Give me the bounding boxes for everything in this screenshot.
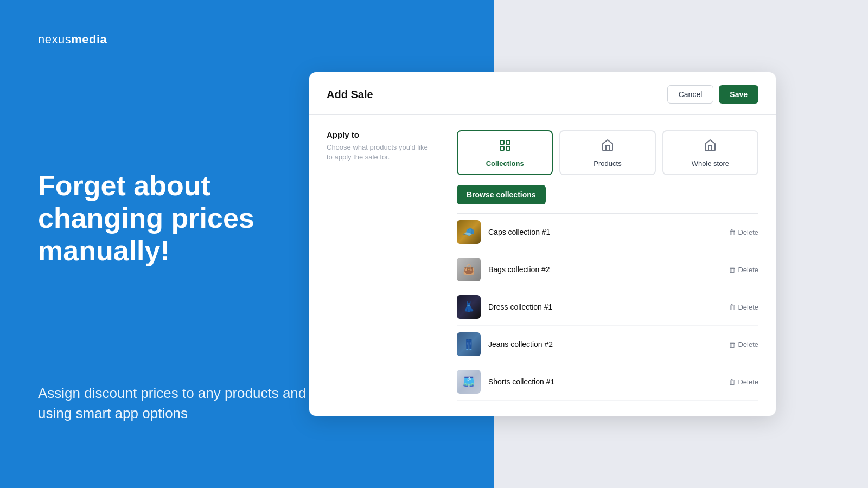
tab-whole-store-label: Whole store xyxy=(692,159,729,168)
whole-store-tab-icon xyxy=(704,139,717,155)
collection-name: Dress collection #1 xyxy=(488,303,721,311)
delete-label: Delete xyxy=(738,266,758,274)
collection-thumb-jeans: 👖 xyxy=(457,332,481,356)
hero-line1: Forget about xyxy=(38,170,210,201)
svg-rect-6 xyxy=(709,145,712,151)
delete-dress-button[interactable]: 🗑 Delete xyxy=(729,303,758,311)
collections-tab-icon xyxy=(499,139,512,155)
cancel-button[interactable]: Cancel xyxy=(667,85,714,104)
collection-name: Shorts collection #1 xyxy=(488,377,721,386)
modal-title: Add Sale xyxy=(327,88,373,101)
trash-icon: 🗑 xyxy=(729,341,736,349)
collection-name: Caps collection #1 xyxy=(488,228,721,236)
browse-collections-button[interactable]: Browse collections xyxy=(457,185,546,204)
tab-products[interactable]: Products xyxy=(559,130,655,175)
collection-item: 🩳 Shorts collection #1 🗑 Delete xyxy=(457,363,758,401)
collection-name: Bags collection #2 xyxy=(488,265,721,274)
collection-name: Jeans collection #2 xyxy=(488,340,721,349)
delete-label: Delete xyxy=(738,341,758,349)
collection-thumb-shorts: 🩳 xyxy=(457,370,481,394)
svg-rect-2 xyxy=(500,146,504,150)
svg-rect-1 xyxy=(506,140,510,144)
collection-item: 🧢 Caps collection #1 🗑 Delete xyxy=(457,214,758,251)
trash-icon: 🗑 xyxy=(729,303,736,311)
products-tab-icon xyxy=(601,139,614,155)
svg-rect-3 xyxy=(506,146,510,150)
hero-line2: changing prices xyxy=(38,202,254,234)
collection-item: 👜 Bags collection #2 🗑 Delete xyxy=(457,251,758,288)
delete-caps-button[interactable]: 🗑 Delete xyxy=(729,228,758,236)
logo-suffix: media xyxy=(71,33,107,46)
delete-label: Delete xyxy=(738,228,758,236)
delete-label: Delete xyxy=(738,378,758,386)
add-sale-modal: Add Sale Cancel Save Apply to Choose wha… xyxy=(309,72,776,416)
delete-jeans-button[interactable]: 🗑 Delete xyxy=(729,341,758,349)
collection-item: 👖 Jeans collection #2 🗑 Delete xyxy=(457,326,758,363)
modal-actions: Cancel Save xyxy=(667,85,758,104)
svg-rect-0 xyxy=(500,140,504,144)
delete-label: Delete xyxy=(738,303,758,311)
trash-icon: 🗑 xyxy=(729,266,736,274)
collection-thumb-caps: 🧢 xyxy=(457,220,481,244)
trash-icon: 🗑 xyxy=(729,228,736,236)
tabs-row: Collections Products xyxy=(457,130,758,175)
apply-to-section: Apply to Choose what products you'd like… xyxy=(327,130,435,401)
delete-bags-button[interactable]: 🗑 Delete xyxy=(729,266,758,274)
save-button[interactable]: Save xyxy=(719,85,758,104)
tab-whole-store[interactable]: Whole store xyxy=(662,130,758,175)
trash-icon: 🗑 xyxy=(729,378,736,386)
modal-header: Add Sale Cancel Save xyxy=(309,72,776,115)
collection-thumb-bags: 👜 xyxy=(457,258,481,281)
delete-shorts-button[interactable]: 🗑 Delete xyxy=(729,378,758,386)
apply-to-description: Choose what products you'd like to apply… xyxy=(327,143,435,162)
collection-thumb-dress: 👗 xyxy=(457,295,481,319)
hero-line3: manually! xyxy=(38,235,170,266)
logo-prefix: nexus xyxy=(38,33,71,46)
collection-item: 👗 Dress collection #1 🗑 Delete xyxy=(457,288,758,326)
tab-collections-label: Collections xyxy=(486,159,524,168)
tab-products-label: Products xyxy=(593,159,621,168)
apply-to-label: Apply to xyxy=(327,130,435,139)
tab-collections[interactable]: Collections xyxy=(457,130,553,175)
collections-list: 🧢 Caps collection #1 🗑 Delete 👜 Bags col… xyxy=(457,213,758,401)
right-section: Collections Products xyxy=(457,130,758,401)
modal-body: Apply to Choose what products you'd like… xyxy=(309,115,776,416)
logo: nexusmedia xyxy=(38,33,456,47)
